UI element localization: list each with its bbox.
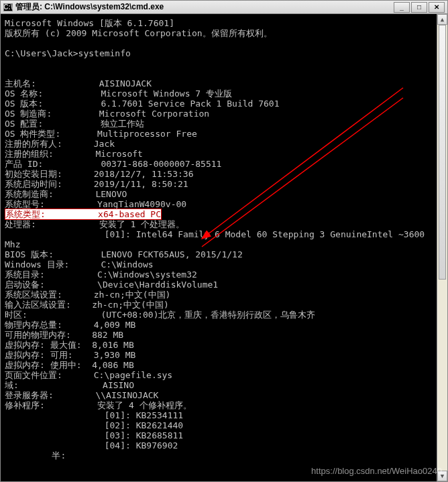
- terminal-output[interactable]: Microsoft Windows [版本 6.1.7601] 版权所有 (c)…: [1, 14, 447, 481]
- close-button[interactable]: ✕: [429, 2, 445, 13]
- titlebar[interactable]: C:\ 管理员: C:\Windows\system32\cmd.exe _ □…: [1, 1, 447, 14]
- window-title: 管理员: C:\Windows\system32\cmd.exe: [15, 1, 164, 13]
- vertical-scrollbar[interactable]: ▲ ▼: [437, 14, 447, 481]
- scroll-up-button[interactable]: ▲: [437, 14, 447, 25]
- window-controls: _ □ ✕: [394, 2, 445, 13]
- maximize-button[interactable]: □: [411, 2, 427, 13]
- minimize-button[interactable]: _: [394, 2, 410, 13]
- watermark-text: https://blog.csdn.net/WeiHao0240: [311, 466, 442, 476]
- cmd-window: C:\ 管理员: C:\Windows\system32\cmd.exe _ □…: [0, 0, 448, 482]
- scroll-track[interactable]: [437, 25, 447, 471]
- cmd-icon: C:\: [3, 3, 13, 11]
- scroll-thumb[interactable]: [439, 25, 446, 280]
